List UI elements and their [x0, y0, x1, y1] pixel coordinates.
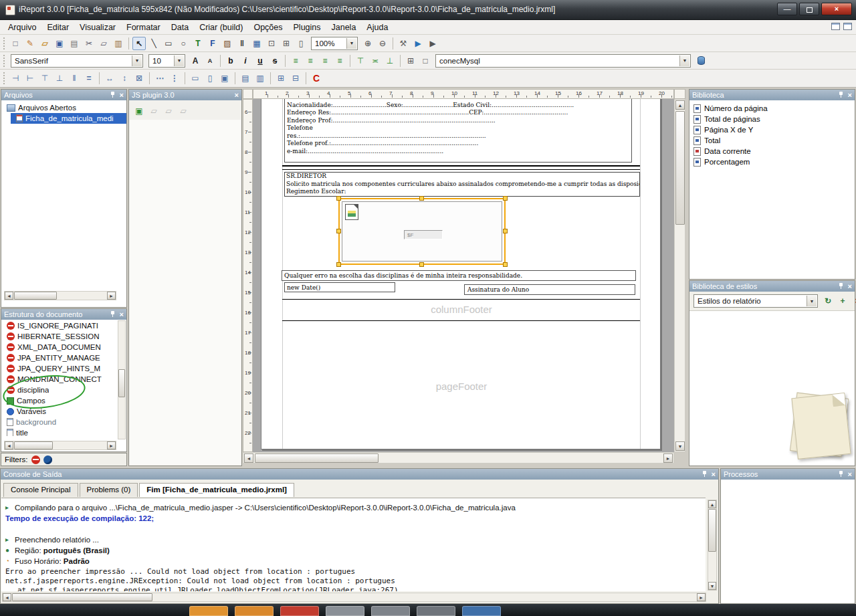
- library-item-p-gina-x-de-y[interactable]: Página X de Y: [689, 124, 855, 135]
- resize-handle[interactable]: [419, 196, 424, 201]
- image-tool-icon[interactable]: ▨: [221, 37, 234, 50]
- band-separator[interactable]: [282, 320, 640, 321]
- align-bottom-edges-icon[interactable]: ⊥: [53, 72, 66, 85]
- selected-image-element[interactable]: $F: [338, 198, 506, 265]
- menu-item-visualizar[interactable]: Visualizar: [74, 21, 121, 33]
- tree-item-is-ignore-paginati[interactable]: IS_IGNORE_PAGINATI: [1, 320, 126, 331]
- menu-item-plugins[interactable]: Plugins: [288, 21, 326, 33]
- estrutura-hscrollbar[interactable]: ◄ ►: [4, 441, 116, 450]
- taskbar-button-1[interactable]: [189, 606, 228, 616]
- scrollbar-thumb[interactable]: [12, 593, 152, 601]
- menu-item-ajuda[interactable]: Ajuda: [361, 21, 393, 33]
- tree-item-title[interactable]: title: [1, 427, 126, 436]
- menu-item-data[interactable]: Data: [166, 21, 194, 33]
- report-page[interactable]: ........................................…: [261, 99, 661, 449]
- canvas-vscrollbar[interactable]: ▲ ▼: [674, 99, 685, 452]
- chevron-down-icon[interactable]: ▼: [174, 56, 184, 66]
- toolbar-grip[interactable]: [3, 37, 5, 49]
- taskbar-button-4[interactable]: [326, 606, 364, 616]
- close-icon[interactable]: ×: [235, 91, 239, 99]
- resize-handle[interactable]: [336, 229, 341, 233]
- static-text-tool-icon[interactable]: T: [191, 37, 205, 50]
- delete-style-icon[interactable]: ×: [851, 294, 856, 308]
- minimize-button[interactable]: —: [777, 3, 797, 15]
- resize-handle[interactable]: [503, 262, 508, 267]
- tree-item-jpa-query-hints-m[interactable]: JPA_QUERY_HINTS_M: [1, 363, 126, 374]
- windows-taskbar[interactable]: [0, 604, 856, 616]
- same-width-icon[interactable]: ↔: [103, 72, 116, 85]
- scrollbar-thumb[interactable]: [255, 453, 379, 463]
- same-height-icon[interactable]: ↕: [118, 72, 131, 85]
- font-decrease-icon[interactable]: A: [203, 54, 217, 68]
- chevron-down-icon[interactable]: ▼: [346, 38, 356, 49]
- font-increase-icon[interactable]: A: [189, 54, 202, 68]
- estrutura-vscrollbar[interactable]: [118, 320, 126, 439]
- scrollbar-thumb[interactable]: [118, 369, 125, 397]
- console-hscrollbar[interactable]: ◄ ►: [2, 593, 706, 602]
- align-top-edges-icon[interactable]: ⊤: [38, 72, 51, 85]
- valign-middle-icon[interactable]: ≍: [368, 54, 382, 68]
- send-to-back-icon[interactable]: ▥: [253, 72, 267, 85]
- borders-icon[interactable]: ⊞: [404, 54, 417, 68]
- resize-handle[interactable]: [503, 229, 508, 233]
- date-field-element[interactable]: new Date(): [284, 282, 395, 292]
- align-justify-icon[interactable]: ≡: [333, 54, 346, 68]
- cut-icon[interactable]: ✂: [82, 37, 96, 50]
- add-style-icon[interactable]: +: [836, 294, 849, 308]
- tree-item-arquivos-abertos[interactable]: Arquivos Abertos: [1, 102, 126, 113]
- subreport-tool-icon[interactable]: ⊡: [265, 37, 278, 50]
- scroll-right-icon[interactable]: ►: [107, 441, 116, 449]
- export-report-icon[interactable]: ▤: [68, 37, 81, 50]
- distribute-horizontal-icon[interactable]: ⋯: [153, 72, 167, 85]
- taskbar-button-3[interactable]: [280, 606, 319, 616]
- taskbar-button-5[interactable]: [371, 606, 410, 616]
- zoom-combo[interactable]: 100% ▼: [311, 37, 358, 50]
- tree-item-jpa-entity-manage[interactable]: JPA_ENTITY_MANAGE: [1, 352, 126, 363]
- tree-item-disciplina[interactable]: disciplina: [1, 385, 126, 395]
- chevron-down-icon[interactable]: ▼: [132, 56, 142, 66]
- tree-item-var-veis[interactable]: Varáveis: [1, 406, 126, 417]
- refresh-styles-icon[interactable]: ↻: [821, 294, 835, 308]
- chevron-down-icon[interactable]: ▼: [807, 296, 817, 306]
- library-item-data-corrente[interactable]: Data corrente: [689, 146, 855, 157]
- line-tool-icon[interactable]: ╲: [147, 37, 160, 50]
- scrollbar-thumb[interactable]: [14, 292, 57, 300]
- pin-icon[interactable]: [838, 92, 844, 98]
- align-center-icon[interactable]: ≡: [304, 54, 317, 68]
- console-tab-console-principal[interactable]: Console Principal: [3, 483, 78, 497]
- paste-icon[interactable]: ▥: [112, 37, 125, 50]
- design-canvas[interactable]: ........................................…: [253, 99, 674, 452]
- scroll-left-icon[interactable]: ◄: [244, 453, 253, 463]
- responsibility-text-element[interactable]: Qualquer erro na escolha das disciplinas…: [282, 270, 636, 281]
- center-in-band-horizontal-icon[interactable]: ▭: [189, 72, 202, 85]
- ungroup-elements-icon[interactable]: ⊟: [289, 72, 302, 85]
- pin-icon[interactable]: [838, 283, 844, 290]
- console-output[interactable]: ▸Compilando para o arquivo ...\Ficha_de_…: [1, 498, 706, 591]
- scroll-up-icon[interactable]: ▲: [675, 100, 685, 110]
- frame-tool-icon[interactable]: ▯: [294, 37, 308, 50]
- pointer-tool-icon[interactable]: ↖: [132, 37, 146, 50]
- maximize-button[interactable]: [799, 3, 819, 15]
- tree-item-campos[interactable]: Campos: [1, 395, 126, 406]
- js-add-report-icon[interactable]: ▣: [132, 104, 146, 118]
- underline-icon[interactable]: u: [253, 54, 267, 68]
- close-icon[interactable]: ×: [120, 310, 124, 318]
- taskbar-button-2[interactable]: [235, 606, 274, 616]
- zoom-out-icon[interactable]: ⊖: [376, 37, 389, 50]
- close-icon[interactable]: ×: [120, 91, 124, 99]
- close-icon[interactable]: ×: [848, 470, 852, 478]
- js-report-icon-1[interactable]: ▱: [147, 104, 160, 118]
- pin-icon[interactable]: [838, 471, 844, 478]
- scroll-left-icon[interactable]: ◄: [3, 593, 11, 601]
- library-item-porcentagem[interactable]: Porcentagem: [689, 157, 855, 167]
- center-in-band-vertical-icon[interactable]: ▯: [203, 72, 217, 85]
- menu-item-editar[interactable]: Editar: [41, 21, 74, 33]
- arquivos-hscrollbar[interactable]: ◄ ►: [4, 291, 116, 300]
- toolbar-grip[interactable]: [3, 55, 5, 67]
- scroll-down-icon[interactable]: ▼: [708, 582, 716, 590]
- scroll-down-icon[interactable]: ▼: [675, 441, 685, 451]
- scrollbar-thumb[interactable]: [14, 441, 53, 449]
- barcode-tool-icon[interactable]: ‖: [235, 37, 249, 50]
- band-separator[interactable]: [282, 299, 640, 300]
- library-item-total-de-p-ginas[interactable]: Total de páginas: [689, 114, 855, 124]
